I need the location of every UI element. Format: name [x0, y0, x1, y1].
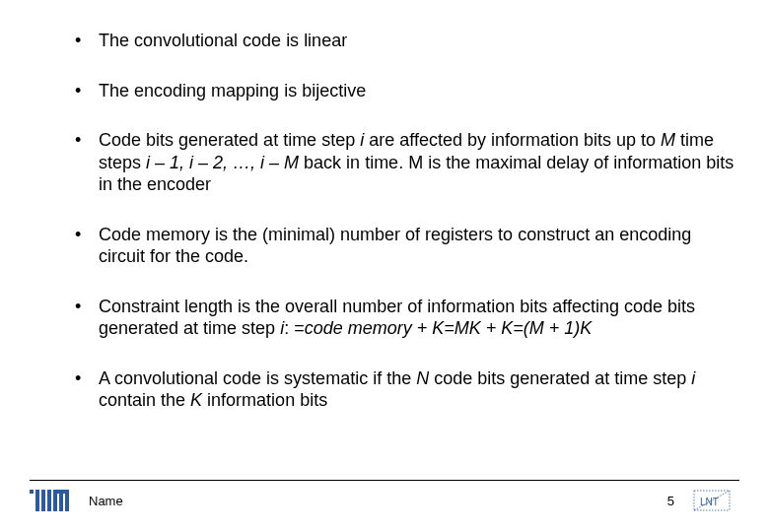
bullet-italic: N — [416, 368, 429, 388]
bullet-italic: code memory + K=MK + K=(M + 1)K — [305, 318, 593, 338]
bullet-text: are affected by information bits up to — [364, 130, 661, 150]
tum-logo-icon — [30, 490, 73, 511]
footer-divider — [30, 480, 739, 481]
footer-left: Name — [30, 490, 123, 511]
footer-right: 5 LNT — [667, 489, 732, 512]
bullet-text: information bits — [202, 390, 327, 410]
page-number: 5 — [667, 494, 674, 508]
footer-name: Name — [89, 494, 123, 508]
svg-rect-10 — [59, 490, 69, 494]
svg-rect-0 — [30, 490, 34, 494]
list-item: Constraint length is the overall number … — [69, 296, 739, 340]
svg-rect-5 — [47, 490, 51, 511]
lnt-text: LNT — [700, 497, 719, 507]
bullet-text: : = — [284, 318, 305, 338]
bullet-text: code bits generated at time step — [429, 368, 691, 388]
list-item: The convolutional code is linear — [69, 30, 739, 52]
bullet-italic: M — [661, 130, 675, 150]
list-item: The encoding mapping is bijective — [69, 80, 739, 102]
bullet-italic: i – 1, i – 2, …, i – M — [146, 153, 299, 172]
bullet-text: The convolutional code is linear — [99, 31, 347, 50]
list-item: Code bits generated at time step i are a… — [69, 129, 739, 196]
bullet-text: Code bits generated at time step — [99, 130, 360, 150]
bullet-italic: i — [691, 368, 695, 388]
slide: The convolutional code is linear The enc… — [0, 0, 769, 532]
svg-rect-3 — [41, 490, 45, 511]
svg-rect-1 — [35, 490, 39, 511]
bullet-text: The encoding mapping is bijective — [99, 81, 366, 100]
lnt-logo-icon: LNT — [692, 489, 732, 512]
bullet-italic: K — [190, 390, 202, 410]
footer: Name 5 LNT — [30, 480, 739, 512]
bullet-text: contain the — [99, 390, 190, 410]
list-item: A convolutional code is systematic if th… — [69, 367, 739, 412]
footer-row: Name 5 LNT — [30, 489, 739, 512]
list-item: Code memory is the (minimal) number of r… — [69, 224, 739, 268]
bullet-text: A convolutional code is systematic if th… — [99, 368, 416, 388]
bullet-list: The convolutional code is linear The enc… — [30, 30, 739, 412]
bullet-text: Code memory is the (minimal) number of r… — [99, 225, 691, 267]
